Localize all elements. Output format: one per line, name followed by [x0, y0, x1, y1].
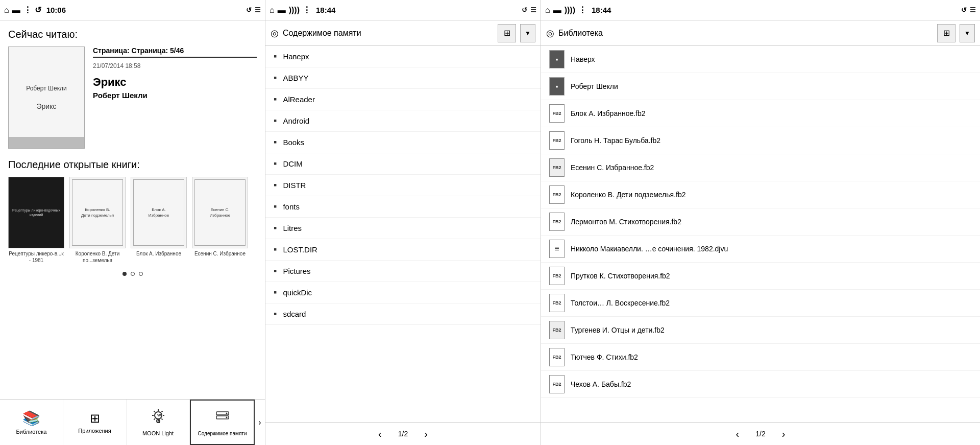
status-bars: ⌂ ▬ ⋮ ↺ 10:06 ↺ ☰ ⌂ ▬ )))) ⋮ 18:44 ↺ ☰ ⌂… — [0, 0, 980, 20]
grid-view-button-library[interactable]: ⊞ — [937, 24, 955, 42]
list-item[interactable]: ▪ LOST.DIR — [265, 239, 541, 261]
file-name: Pictures — [283, 267, 310, 275]
list-item[interactable]: FB2 Гоголь Н. Тарас Бульба.fb2 — [541, 127, 980, 154]
list-item[interactable]: FB2 Есенин С. Избранное.fb2 — [541, 154, 980, 181]
grid-view-button-files[interactable]: ⊞ — [498, 24, 516, 42]
list-item[interactable]: FB2 Тургенев И. Отцы и дети.fb2 — [541, 317, 980, 344]
file-name: fonts — [283, 202, 300, 211]
list-icon-3: ☰ — [970, 6, 976, 14]
status-bar-1: ⌂ ▬ ⋮ ↺ 10:06 ↺ ☰ — [0, 0, 265, 20]
nav-moonlight[interactable]: W MOON Light — [127, 400, 190, 445]
apps-icon: ⊞ — [90, 411, 100, 426]
cover-bottom-bar — [9, 137, 84, 148]
wifi-icon-2: )))) — [289, 6, 300, 15]
recent-books-title: Последние открытые книги: — [8, 159, 257, 171]
main-area: Сейчас читаю: Роберт Шекли Эрикс Страниц… — [0, 20, 980, 445]
book-page-info: Страница: Страница: 5/46 — [93, 46, 257, 55]
library-list: ▪ Наверх ▪ Роберт Шекли FB2 Блок А. Избр… — [541, 46, 980, 422]
library-panel-header: ◎ Библиотека ⊞ ▼ — [541, 20, 980, 46]
nav-apps[interactable]: ⊞ Приложения — [63, 400, 127, 445]
list-item[interactable]: Рецептуры ликеро-водочных изделий Рецепт… — [8, 177, 64, 264]
list-item[interactable]: ▪ Books — [265, 132, 541, 153]
refresh-icon-1: ↺ — [246, 6, 252, 14]
svg-line-8 — [154, 418, 155, 419]
page-indicator-files: 1/2 — [398, 430, 408, 438]
dropdown-button-files[interactable]: ▼ — [520, 24, 535, 42]
lib-item-name: Тургенев И. Отцы и дети.fb2 — [571, 326, 665, 334]
list-item[interactable]: ▪ Роберт Шекли — [541, 73, 980, 100]
list-icon-2: ☰ — [530, 6, 536, 14]
status-bar-3: ⌂ ▬ )))) ⋮ 18:44 ↺ ☰ — [541, 0, 980, 20]
recent-cover-1: Короленко В.Дети подземелья — [69, 177, 126, 248]
list-item[interactable]: FB2 Блок А. Избранное.fb2 — [541, 100, 980, 127]
fb2-icon: FB2 — [549, 185, 565, 204]
list-item[interactable]: ▪ ABBYY — [265, 67, 541, 89]
pagination-dots — [8, 272, 257, 276]
recent-books-grid: Рецептуры ликеро-водочных изделий Рецепт… — [8, 177, 257, 264]
svg-line-7 — [161, 411, 162, 412]
recent-label-1: Короленко В. Дети по...земелья — [69, 250, 126, 264]
file-name: Books — [283, 138, 304, 147]
file-name: sdcard — [283, 310, 306, 318]
list-item[interactable]: ▪ DCIM — [265, 153, 541, 175]
library-panel-title: Библиотека — [558, 29, 933, 38]
prev-page-button-files[interactable]: ‹ — [374, 426, 386, 442]
lib-item-name: Лермонтов М. Стихотворения.fb2 — [571, 218, 681, 226]
book-date: 21/07/2014 18:58 — [93, 62, 257, 69]
fb2-icon: FB2 — [549, 294, 565, 312]
list-item[interactable]: ▪ quickDic — [265, 282, 541, 303]
bottom-nav: 📚 Библиотека ⊞ Приложения — [0, 399, 265, 445]
page-label: Страница: — [93, 46, 131, 55]
next-page-button-files[interactable]: › — [420, 426, 432, 442]
nav-more-arrow[interactable]: › — [255, 400, 265, 445]
list-item[interactable]: ▪ Android — [265, 110, 541, 132]
library-label: Библиотека — [16, 429, 47, 435]
list-item[interactable]: Короленко В.Дети подземелья Короленко В.… — [69, 177, 126, 264]
library-panel-pagination: ‹ 1/2 › — [541, 422, 980, 445]
list-item[interactable]: ▪ DISTR — [265, 175, 541, 196]
list-item[interactable]: FB2 Чехов А. Бабы.fb2 — [541, 371, 980, 398]
svg-line-5 — [154, 411, 155, 412]
dropdown-button-library[interactable]: ▼ — [960, 24, 975, 42]
nav-storage[interactable]: Содержимое памяти — [190, 400, 255, 445]
recent-label-2: Блок А. Избранное — [136, 250, 181, 257]
nav-library[interactable]: 📚 Библиотека — [0, 400, 63, 445]
book-name: Эрикс — [93, 76, 257, 89]
djvu-icon: ≡ — [549, 240, 565, 258]
battery-icon-2: ▬ — [278, 6, 286, 15]
list-item[interactable]: Есенин С.Избранное Есенин С. Избранное — [192, 177, 248, 264]
list-item[interactable]: ▪ Наверх — [541, 46, 980, 73]
file-panel-header: ◎ Содержимое памяти ⊞ ▼ — [265, 20, 541, 46]
list-item[interactable]: ≡ Никколо Макиавелли. …е сочинения. 1982… — [541, 236, 980, 263]
dot-active — [122, 272, 127, 276]
list-item[interactable]: ▪ sdcard — [265, 303, 541, 325]
file-name: DISTR — [283, 181, 306, 190]
dots-icon-1: ⋮ — [23, 5, 32, 15]
list-item[interactable]: ▪ Litres — [265, 218, 541, 239]
file-name: quickDic — [283, 288, 312, 297]
list-item[interactable]: FB2 Короленко В. Дети подземелья.fb2 — [541, 181, 980, 208]
list-item[interactable]: FB2 Прутков К. Стихотворения.fb2 — [541, 263, 980, 290]
recent-cover-0: Рецептуры ликеро-водочных изделий — [8, 177, 64, 248]
panel-library: ◎ Библиотека ⊞ ▼ ▪ Наверх ▪ Роберт Шекли… — [541, 20, 980, 445]
recent-label-3: Есенин С. Избранное — [194, 250, 246, 257]
list-item[interactable]: ▪ fonts — [265, 196, 541, 218]
prev-page-button-library[interactable]: ‹ — [732, 426, 744, 442]
current-book-cover[interactable]: Роберт Шекли Эрикс — [8, 46, 85, 149]
list-item[interactable]: Блок А.Избранное Блок А. Избранное — [131, 177, 187, 264]
list-item[interactable]: FB2 Тютчев Ф. Стихи.fb2 — [541, 344, 980, 371]
list-item[interactable]: FB2 Лермонтов М. Стихотворения.fb2 — [541, 208, 980, 236]
next-page-button-library[interactable]: › — [778, 426, 790, 442]
battery-icon-1: ▬ — [12, 6, 20, 15]
list-item[interactable]: ▪ Pictures — [265, 261, 541, 282]
folder-icon: ▪ — [274, 287, 277, 298]
list-item[interactable]: ▪ Наверх — [265, 46, 541, 67]
list-item[interactable]: FB2 Толстои… Л. Воскресение.fb2 — [541, 290, 980, 317]
lib-item-name: Гоголь Н. Тарас Бульба.fb2 — [571, 136, 660, 145]
lib-item-name: Блок А. Избранное.fb2 — [571, 109, 646, 118]
list-item[interactable]: ▪ AlReader — [265, 89, 541, 110]
current-book-area: Роберт Шекли Эрикс Страница: Страница: 5… — [8, 46, 257, 149]
file-name: LOST.DIR — [283, 245, 317, 254]
cover-author-top: Роберт Шекли — [26, 85, 67, 92]
book-info: Страница: Страница: 5/46 21/07/2014 18:5… — [93, 46, 257, 149]
